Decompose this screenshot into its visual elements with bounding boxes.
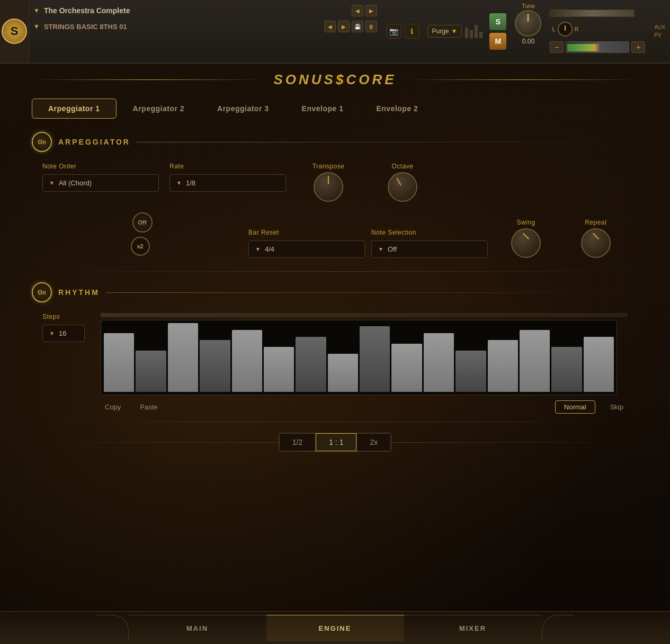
- note-order-dropdown[interactable]: ▼ All (Chord): [42, 174, 159, 192]
- seq-bar-15[interactable]: [551, 347, 582, 392]
- bar-reset-label: Bar Reset: [248, 229, 365, 236]
- x2-button[interactable]: x2: [131, 237, 150, 256]
- rhythm-on-off-btn[interactable]: On: [32, 282, 52, 302]
- rhythm-controls: Steps ▼ 16 Copy Paste: [32, 313, 638, 414]
- bottom-divider: [32, 422, 638, 422]
- note-selection-label: Note Selection: [371, 229, 488, 236]
- svg-rect-0: [567, 44, 599, 51]
- tune-knob[interactable]: [515, 10, 541, 37]
- instrument-next-btn[interactable]: ▶: [365, 5, 377, 16]
- normal-btn[interactable]: Normal: [555, 400, 595, 414]
- tab-arpeggiator-2[interactable]: Arpeggiator 2: [117, 99, 201, 119]
- repeat-control: Repeat: [564, 219, 628, 258]
- instrument-name: The Orchestra Complete: [44, 6, 347, 15]
- volume-minus-btn[interactable]: −: [550, 41, 564, 53]
- rate-control: Rate ▼ 1/8: [169, 163, 286, 192]
- speed-half-btn[interactable]: 1/2: [279, 433, 316, 451]
- arpeggiator-on-off-btn[interactable]: On: [32, 132, 52, 152]
- seq-bar-11[interactable]: [424, 333, 454, 392]
- speed-1-1-btn[interactable]: 1 : 1: [316, 433, 356, 451]
- patch-delete-btn[interactable]: 🗑: [365, 21, 377, 32]
- l-label: L: [552, 26, 555, 32]
- pv-label: PV: [652, 32, 667, 39]
- patch-next-btn[interactable]: ▶: [338, 21, 350, 32]
- repeat-knob[interactable]: [581, 228, 611, 258]
- seq-bar-9[interactable]: [360, 326, 390, 392]
- aux-label: AUX: [652, 24, 667, 31]
- speed-controls: 1/2 1 : 1 2x: [32, 433, 638, 452]
- bar-reset-dropdown[interactable]: ▼ 4/4: [248, 240, 365, 258]
- seq-bar-3[interactable]: [168, 323, 198, 392]
- rate-dropdown[interactable]: ▼ 1/8: [169, 174, 286, 192]
- skip-btn[interactable]: Skip: [606, 401, 628, 413]
- bottom-curve-left: [97, 615, 129, 641]
- note-selection-control: Note Selection ▼ Off: [371, 229, 488, 258]
- purge-button[interactable]: Purge ▼: [427, 25, 462, 38]
- note-selection-dropdown[interactable]: ▼ Off: [371, 240, 488, 258]
- mute-button[interactable]: M: [489, 33, 506, 50]
- lmr-bar: L R: [550, 20, 645, 39]
- octave-control: Octave: [371, 163, 434, 202]
- tune-area: Tune 0.00: [511, 0, 546, 62]
- seq-bar-13[interactable]: [488, 340, 518, 392]
- volume-display: [566, 41, 629, 53]
- instrument-prev-btn[interactable]: ◀: [352, 5, 363, 16]
- main-nav-btn[interactable]: MAIN: [129, 615, 266, 641]
- seq-bar-16[interactable]: [584, 337, 614, 392]
- steps-label: Steps: [42, 313, 85, 320]
- tab-envelope-1[interactable]: Envelope 1: [285, 99, 360, 119]
- octave-knob[interactable]: [388, 172, 417, 202]
- seq-bar-4[interactable]: [200, 340, 230, 392]
- note-order-label: Note Order: [42, 163, 159, 170]
- seq-bar-12[interactable]: [455, 351, 486, 392]
- swing-knob[interactable]: [511, 228, 541, 258]
- rate-label: Rate: [169, 163, 286, 170]
- rhythm-divider: [106, 292, 638, 293]
- rhythm-title: RHYTHM: [58, 288, 100, 297]
- seq-bar-2[interactable]: [136, 351, 166, 392]
- steps-control: Steps ▼ 16: [42, 313, 85, 342]
- seq-bar-7[interactable]: [296, 337, 326, 392]
- seq-bar-5[interactable]: [232, 330, 262, 392]
- tab-arpeggiator-3[interactable]: Arpeggiator 3: [201, 99, 285, 119]
- bottom-curve-right: [542, 615, 574, 641]
- seq-bar-6[interactable]: [264, 347, 294, 392]
- bar-reset-control: Bar Reset ▼ 4/4: [248, 229, 365, 258]
- tune-label: Tune: [522, 3, 535, 9]
- copy-btn[interactable]: Copy: [101, 401, 125, 413]
- patch-save-btn[interactable]: 💾: [352, 21, 363, 32]
- seq-bar-1[interactable]: [104, 333, 134, 392]
- volume-plus-btn[interactable]: +: [631, 41, 645, 53]
- bar-reset-off-btn[interactable]: Off: [132, 212, 153, 232]
- tune-value: 0.00: [522, 38, 534, 45]
- pan-knob[interactable]: [558, 22, 573, 37]
- arpeggiator-divider: [137, 142, 638, 142]
- transpose-knob[interactable]: [314, 172, 343, 202]
- seq-bar-8[interactable]: [328, 354, 358, 392]
- tab-navigation: Arpeggiator 1 Arpeggiator 2 Arpeggiator …: [32, 99, 638, 119]
- top-bar: S ▼ The Orchestra Complete ◀ ▶ ▼ STRINGS…: [0, 0, 670, 64]
- seq-bar-10[interactable]: [391, 344, 422, 392]
- info-icon[interactable]: ℹ: [405, 24, 419, 39]
- steps-dropdown[interactable]: ▼ 16: [42, 325, 85, 342]
- mixer-nav-btn[interactable]: MIXER: [404, 615, 542, 641]
- brand-logo: S: [2, 19, 27, 44]
- tab-arpeggiator-1[interactable]: Arpeggiator 1: [32, 99, 117, 119]
- transpose-control: Transpose: [297, 163, 360, 202]
- bottom-navigation: MAIN ENGINE MIXER: [0, 611, 670, 644]
- seq-bar-14[interactable]: [520, 330, 550, 392]
- tab-envelope-2[interactable]: Envelope 2: [360, 99, 434, 119]
- rhythm-section: On RHYTHM Steps ▼ 16: [32, 282, 638, 414]
- engine-nav-btn[interactable]: ENGINE: [266, 615, 404, 641]
- patch-prev-btn[interactable]: ◀: [324, 21, 336, 32]
- paste-btn[interactable]: Paste: [136, 401, 162, 413]
- patch-collapse-arrow[interactable]: ▼: [33, 23, 40, 30]
- solo-button[interactable]: S: [489, 13, 506, 30]
- swing-label: Swing: [516, 219, 535, 226]
- camera-icon[interactable]: 📷: [387, 24, 401, 39]
- octave-label: Octave: [391, 163, 413, 170]
- step-sequencer[interactable]: [101, 320, 617, 395]
- speed-2x-btn[interactable]: 2x: [356, 433, 391, 451]
- repeat-label: Repeat: [585, 219, 607, 226]
- instrument-collapse-arrow[interactable]: ▼: [33, 7, 40, 14]
